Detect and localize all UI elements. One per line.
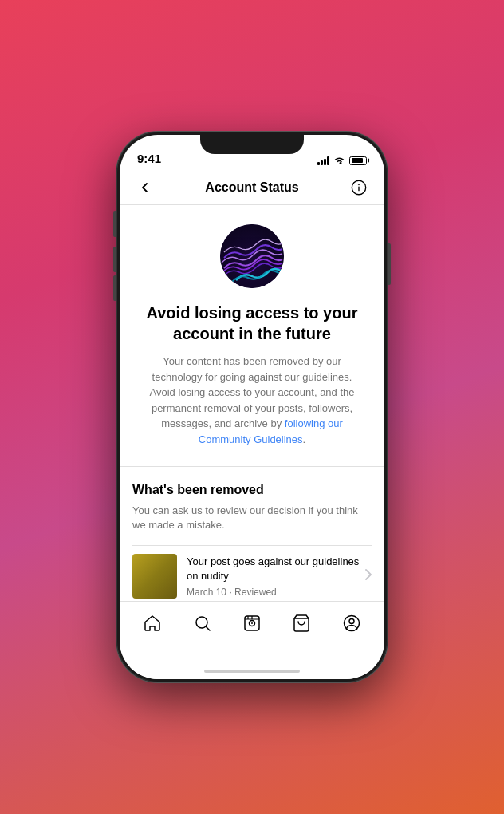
home-bar bbox=[204, 670, 300, 673]
post-thumbnail bbox=[132, 554, 177, 599]
svg-point-6 bbox=[251, 622, 253, 624]
signal-icon bbox=[317, 156, 329, 165]
removed-subtitle: You can ask us to review our decision if… bbox=[132, 504, 372, 532]
svg-point-11 bbox=[349, 619, 354, 624]
phone-screen: 9:41 bbox=[120, 135, 384, 679]
post-title: Your post goes against our guidelines on… bbox=[187, 555, 365, 583]
back-button[interactable] bbox=[132, 175, 158, 200]
battery-icon bbox=[349, 156, 367, 165]
phone-notch bbox=[200, 132, 304, 154]
svg-point-3 bbox=[196, 617, 207, 628]
tab-shop[interactable] bbox=[285, 610, 318, 637]
svg-point-1 bbox=[358, 184, 359, 184]
content-area: Avoid losing access to your account in t… bbox=[120, 205, 384, 601]
home-indicator bbox=[120, 663, 384, 679]
chevron-right-icon bbox=[365, 569, 372, 583]
info-button[interactable] bbox=[346, 175, 372, 200]
shop-icon bbox=[291, 613, 312, 634]
page-title: Account Status bbox=[205, 180, 298, 195]
hero-section: Avoid losing access to your account in t… bbox=[120, 205, 384, 463]
search-icon bbox=[192, 613, 213, 634]
post-info: Your post goes against our guidelines on… bbox=[187, 555, 365, 598]
status-time: 9:41 bbox=[137, 152, 161, 165]
tab-reels[interactable] bbox=[235, 610, 269, 637]
tab-profile[interactable] bbox=[335, 610, 368, 637]
post-meta: March 10 · Reviewed bbox=[187, 587, 365, 598]
phone-frame: 9:41 bbox=[116, 132, 388, 682]
wifi-icon bbox=[333, 156, 345, 165]
tab-home[interactable] bbox=[136, 610, 169, 637]
tab-search[interactable] bbox=[186, 610, 219, 637]
hero-description: Your content has been removed by our tec… bbox=[140, 354, 364, 447]
post-item[interactable]: Your post goes against our guidelines on… bbox=[132, 545, 372, 601]
home-icon bbox=[142, 613, 163, 634]
nav-bar: Account Status bbox=[120, 170, 384, 205]
section-divider bbox=[120, 466, 384, 467]
hero-title: Avoid losing access to your account in t… bbox=[139, 302, 365, 344]
avatar bbox=[220, 224, 284, 288]
removed-section: What's been removed You can ask us to re… bbox=[120, 470, 384, 602]
reels-icon bbox=[242, 613, 262, 634]
tab-bar bbox=[120, 601, 384, 663]
removed-title: What's been removed bbox=[132, 483, 372, 497]
status-icons bbox=[317, 156, 367, 165]
profile-icon bbox=[341, 613, 362, 634]
